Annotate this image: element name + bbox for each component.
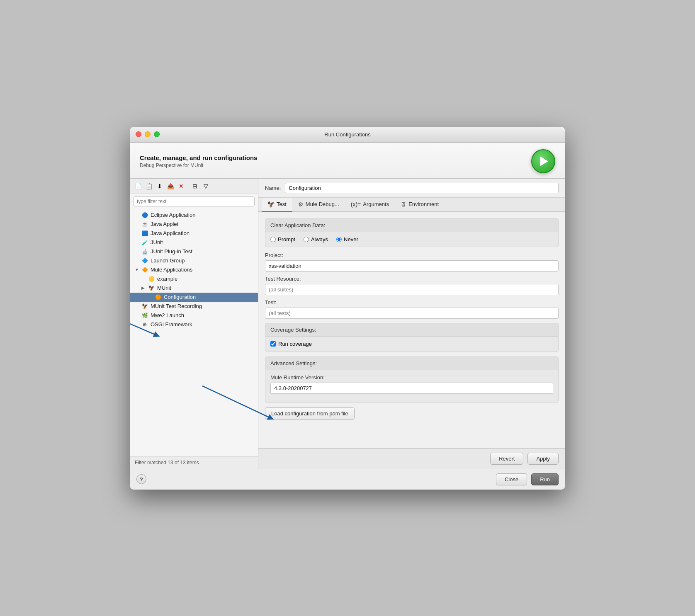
sidebar-item-munit-recording[interactable]: 🦅 MUnit Test Recording: [130, 302, 258, 311]
name-row: Name:: [258, 179, 565, 198]
coverage-header: Coverage Settings:: [265, 323, 558, 337]
sidebar-item-mwe2[interactable]: 🌿 Mwe2 Launch: [130, 311, 258, 320]
run-coverage-checkbox[interactable]: [270, 341, 276, 347]
radio-prompt-label: Prompt: [278, 236, 295, 243]
sidebar-toolbar: 📄 📋 ⬇ 📤 ✕ ⊟ ▽: [130, 179, 258, 194]
sidebar-item-launch-group[interactable]: 🔷 Launch Group: [130, 256, 258, 265]
radio-never-input[interactable]: [336, 237, 342, 242]
title-bar: Run Configurations: [130, 127, 565, 143]
mwe2-icon: 🌿: [141, 312, 148, 319]
tree-view: 🔵 Eclipse Application ☕ Java Applet 🟦 Ja…: [130, 209, 258, 456]
filter-input[interactable]: [133, 196, 255, 206]
close-traffic-light[interactable]: [136, 131, 141, 137]
sidebar-item-configuration[interactable]: 🟠 Configuration: [130, 293, 258, 302]
project-field-group: Project:: [265, 252, 559, 272]
load-pom-button[interactable]: Load configuration from pom file: [265, 407, 355, 420]
radio-always-input[interactable]: [304, 237, 309, 242]
apply-button[interactable]: Apply: [527, 453, 559, 465]
radio-never-label: Never: [344, 236, 358, 243]
close-button[interactable]: Close: [496, 473, 527, 485]
radio-always[interactable]: Always: [304, 236, 328, 243]
bottom-bar: Revert Apply: [258, 448, 565, 469]
sidebar-item-label: Java Application: [151, 230, 190, 236]
sidebar-item-java-applet[interactable]: ☕ Java Applet: [130, 220, 258, 229]
configuration-icon: 🟠: [155, 294, 161, 301]
sidebar-footer: Filter matched 13 of 13 items: [130, 456, 258, 469]
sidebar-item-label: Mule Applications: [151, 267, 192, 273]
sidebar-item-java-app[interactable]: 🟦 Java Application: [130, 229, 258, 238]
config-panel: Name: 🦅 Test ⚙ Mule Debug... (x)= Argume…: [258, 179, 565, 469]
delete-button[interactable]: ✕: [176, 181, 186, 191]
radio-never[interactable]: Never: [336, 236, 358, 243]
coverage-body: Run coverage: [265, 337, 558, 351]
tab-test[interactable]: 🦅 Test: [262, 198, 292, 212]
expand-arrow-mule: ▼: [135, 267, 139, 272]
project-input[interactable]: [265, 260, 559, 272]
name-input[interactable]: [285, 183, 559, 193]
run-coverage-row: Run coverage: [270, 341, 553, 347]
expand-arrow-munit: ▶: [141, 286, 146, 290]
traffic-lights: [136, 131, 160, 137]
test-input[interactable]: [265, 308, 559, 319]
window-header: Create, manage, and run configurations D…: [130, 143, 565, 179]
window-footer: ? Close Run: [130, 469, 565, 490]
advanced-header: Advanced Settings:: [265, 357, 558, 370]
play-button[interactable]: [531, 149, 555, 173]
header-text: Create, manage, and run configurations D…: [140, 154, 257, 168]
help-button[interactable]: ?: [136, 474, 146, 484]
maximize-traffic-light[interactable]: [154, 131, 160, 137]
header-heading: Create, manage, and run configurations: [140, 154, 257, 161]
munit-recording-icon: 🦅: [141, 303, 148, 310]
radio-prompt-input[interactable]: [270, 237, 276, 242]
java-applet-icon: ☕: [141, 221, 148, 228]
project-label: Project:: [265, 252, 559, 258]
play-icon: [540, 156, 548, 166]
revert-button[interactable]: Revert: [490, 453, 523, 465]
test-label: Test:: [265, 299, 559, 306]
radio-prompt[interactable]: Prompt: [270, 236, 295, 243]
footer-buttons: Close Run: [496, 473, 559, 485]
main-content: 📄 📋 ⬇ 📤 ✕ ⊟ ▽ 🔵 Eclipse Application: [130, 179, 565, 469]
tab-environment[interactable]: 🖥 Environment: [395, 198, 445, 212]
new-config-button[interactable]: 📄: [133, 181, 143, 191]
sidebar-item-junit[interactable]: 🧪 JUnit: [130, 238, 258, 247]
import-button[interactable]: ⬇: [155, 181, 165, 191]
tabs: 🦅 Test ⚙ Mule Debug... (x)= Arguments 🖥 …: [258, 198, 565, 212]
mule-apps-icon: 🔶: [141, 267, 148, 273]
tab-environment-label: Environment: [408, 201, 439, 207]
mule-runtime-input[interactable]: [270, 383, 553, 394]
name-label: Name:: [265, 185, 281, 191]
run-coverage-label: Run coverage: [278, 341, 312, 347]
export-button[interactable]: 📤: [165, 181, 175, 191]
duplicate-button[interactable]: 📋: [144, 181, 154, 191]
eclipse-icon: 🔵: [141, 212, 148, 218]
sidebar-item-mule-apps[interactable]: ▼ 🔶 Mule Applications: [130, 265, 258, 274]
sidebar-item-label: MUnit: [157, 285, 171, 291]
mule-runtime-field-group: Mule Runtime Version:: [270, 374, 553, 394]
sidebar-item-label: example: [157, 276, 177, 282]
sidebar-item-junit-plugin[interactable]: 🔬 JUnit Plug-in Test: [130, 247, 258, 256]
tab-arguments[interactable]: (x)= Arguments: [345, 198, 395, 212]
sidebar-item-example[interactable]: 🟡 example: [130, 274, 258, 284]
mule-runtime-label: Mule Runtime Version:: [270, 374, 553, 381]
clear-app-data-body: Prompt Always Never: [265, 232, 558, 247]
minimize-traffic-light[interactable]: [145, 131, 151, 137]
test-resource-label: Test Resource:: [265, 276, 559, 282]
sidebar-item-munit[interactable]: ▶ 🦅 MUnit: [130, 284, 258, 293]
sidebar-item-eclipse-app[interactable]: 🔵 Eclipse Application: [130, 211, 258, 220]
munit-icon: 🦅: [148, 285, 155, 291]
launch-group-icon: 🔷: [141, 257, 148, 264]
sidebar-item-label: MUnit Test Recording: [151, 303, 202, 309]
filter-button[interactable]: ▽: [201, 181, 211, 191]
junit-plugin-icon: 🔬: [141, 248, 148, 255]
sidebar-item-label: Eclipse Application: [151, 212, 195, 218]
advanced-section: Advanced Settings: Mule Runtime Version:: [265, 357, 559, 403]
sidebar-item-label: JUnit: [151, 239, 163, 245]
sidebar-item-label: Java Applet: [151, 221, 178, 227]
tab-mule-debug[interactable]: ⚙ Mule Debug...: [292, 198, 345, 212]
sidebar-item-osgi[interactable]: ⊕ OSGi Framework: [130, 320, 258, 329]
test-resource-input[interactable]: [265, 284, 559, 295]
collapse-all-button[interactable]: ⊟: [190, 181, 200, 191]
run-button[interactable]: Run: [531, 473, 559, 485]
tab-arguments-label: Arguments: [363, 201, 389, 207]
